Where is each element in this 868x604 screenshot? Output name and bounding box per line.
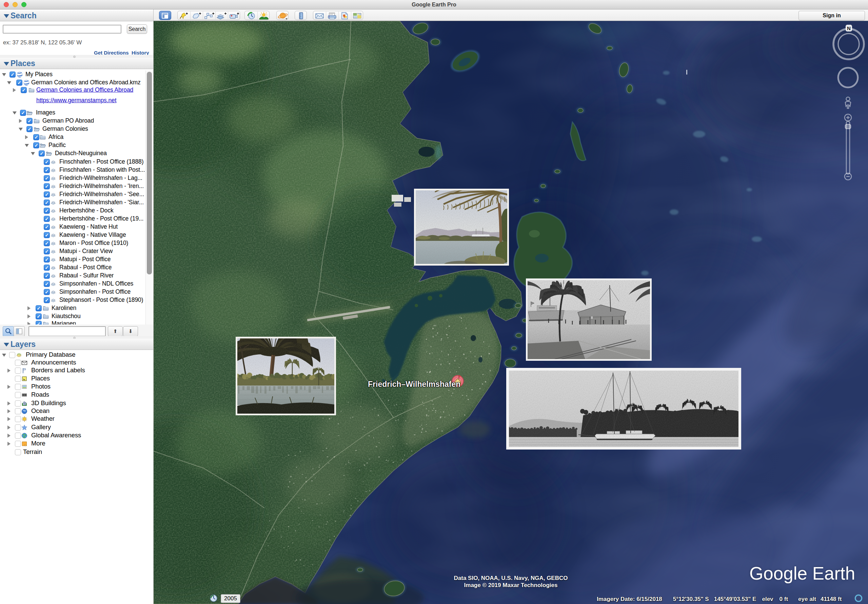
svg-text:N: N (847, 25, 851, 31)
